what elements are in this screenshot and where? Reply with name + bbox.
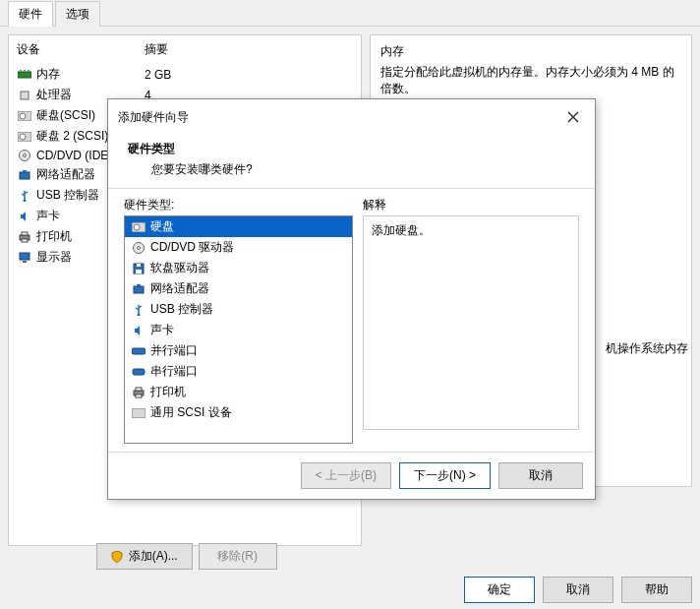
svg-rect-33 [136, 395, 142, 397]
printer-icon [131, 386, 146, 399]
wizard-titlebar: 添加硬件向导 [108, 99, 595, 135]
tab-hardware[interactable]: 硬件 [8, 1, 53, 27]
close-icon[interactable] [561, 105, 585, 129]
wizard-header: 硬件类型 您要安装哪类硬件? [108, 135, 595, 189]
hardware-type-list[interactable]: 硬盘 CD/DVD 驱动器 软盘驱动器 网络适配器 USB 控制器 [124, 215, 353, 444]
device-list-buttons: 添加(A)... 移除(R) [0, 543, 374, 570]
display-icon [17, 251, 32, 265]
hw-item-scsi[interactable]: 通用 SCSI 设备 [125, 402, 352, 423]
scsi-icon [131, 406, 146, 420]
svg-rect-18 [23, 261, 27, 263]
add-label: 添加(A)... [129, 549, 178, 563]
wizard-subheading: 您要安装哪类硬件? [128, 161, 575, 178]
disk-icon [17, 109, 32, 123]
usb-icon [17, 189, 32, 203]
hw-item-disk[interactable]: 硬盘 [125, 216, 352, 237]
add-hardware-button[interactable]: 添加(A)... [96, 543, 192, 570]
wizard-cancel-button[interactable]: 取消 [498, 462, 583, 489]
hw-item-label: 打印机 [150, 384, 186, 400]
hw-item-usb[interactable]: USB 控制器 [125, 299, 352, 320]
svg-rect-4 [21, 91, 29, 99]
hw-item-parallel[interactable]: 并行端口 [125, 340, 352, 361]
svg-rect-15 [22, 232, 28, 235]
device-name: 内存 [36, 66, 145, 83]
device-list-header: 设备 摘要 [9, 35, 361, 64]
svg-rect-32 [136, 388, 142, 391]
truncated-label: 机操作系统内存 [606, 340, 688, 357]
detail-title: 内存 [380, 43, 681, 60]
hw-item-label: 网络适配器 [150, 280, 209, 297]
hw-item-label: 并行端口 [150, 342, 198, 359]
help-button[interactable]: 帮助 [621, 577, 692, 603]
tab-bar: 硬件 选项 [0, 0, 700, 27]
svg-point-6 [20, 113, 26, 119]
parallel-port-icon [131, 344, 146, 358]
hw-item-label: USB 控制器 [150, 301, 213, 318]
remove-hardware-button[interactable]: 移除(R) [199, 543, 277, 570]
svg-rect-27 [137, 284, 141, 286]
hw-item-printer[interactable]: 打印机 [125, 382, 352, 402]
svg-rect-2 [24, 70, 26, 72]
device-row-memory[interactable]: 内存 2 GB [9, 64, 361, 85]
svg-rect-25 [136, 270, 142, 274]
svg-rect-30 [133, 369, 145, 375]
hw-item-cddvd[interactable]: CD/DVD 驱动器 [125, 237, 352, 258]
device-summary: 2 GB [145, 68, 171, 82]
svg-rect-0 [18, 72, 31, 78]
hardware-type-label: 硬件类型: [124, 197, 353, 213]
network-icon [131, 282, 146, 296]
svg-rect-11 [20, 172, 29, 179]
shield-icon [111, 551, 123, 563]
svg-point-20 [134, 224, 140, 230]
ok-button[interactable]: 确定 [464, 577, 535, 603]
hw-item-serial[interactable]: 串行端口 [125, 361, 352, 382]
explain-label: 解释 [363, 197, 579, 213]
header-summary: 摘要 [145, 41, 168, 58]
svg-point-8 [20, 134, 26, 140]
svg-rect-17 [20, 253, 29, 260]
add-hardware-wizard: 添加硬件向导 硬件类型 您要安装哪类硬件? 硬件类型: 硬盘 CD/DVD 驱动… [107, 98, 596, 500]
detail-desc: 指定分配给此虚拟机的内存量。内存大小必须为 4 MB 的倍数。 [380, 64, 681, 97]
explain-box: 添加硬盘。 [363, 215, 579, 430]
back-button[interactable]: < 上一步(B) [301, 462, 391, 489]
svg-rect-1 [20, 70, 22, 72]
network-icon [17, 168, 32, 182]
wizard-heading: 硬件类型 [128, 141, 575, 157]
hw-item-sound[interactable]: 声卡 [125, 320, 352, 340]
floppy-icon [131, 262, 146, 275]
hw-item-label: 软盘驱动器 [150, 260, 209, 276]
tab-options[interactable]: 选项 [55, 1, 100, 27]
svg-point-28 [138, 313, 141, 316]
cd-icon [17, 149, 32, 162]
svg-rect-3 [28, 70, 29, 72]
hw-item-label: 通用 SCSI 设备 [150, 404, 232, 421]
svg-rect-34 [132, 408, 146, 418]
sound-icon [131, 324, 146, 337]
hw-item-label: 串行端口 [150, 363, 198, 380]
cd-icon [131, 241, 146, 255]
memory-icon [17, 68, 32, 82]
usb-icon [131, 303, 146, 317]
svg-rect-24 [137, 264, 141, 267]
svg-rect-16 [22, 239, 28, 242]
printer-icon [17, 230, 32, 244]
next-button[interactable]: 下一步(N) > [399, 462, 491, 489]
explain-text: 添加硬盘。 [372, 222, 570, 239]
hw-item-floppy[interactable]: 软盘驱动器 [125, 258, 352, 278]
wizard-footer: < 上一步(B) 下一步(N) > 取消 [108, 452, 595, 499]
disk-icon [131, 220, 146, 234]
cancel-button[interactable]: 取消 [543, 577, 613, 603]
svg-rect-12 [23, 170, 27, 172]
svg-point-22 [138, 246, 141, 249]
svg-point-10 [24, 154, 27, 157]
hw-item-network[interactable]: 网络适配器 [125, 278, 352, 299]
sound-icon [17, 210, 32, 223]
hw-item-label: 硬盘 [150, 218, 174, 235]
svg-rect-26 [134, 286, 144, 293]
cpu-icon [17, 89, 32, 102]
header-device: 设备 [17, 41, 145, 58]
hw-item-label: CD/DVD 驱动器 [150, 239, 234, 256]
serial-port-icon [131, 365, 146, 379]
dialog-footer-buttons: 确定 取消 帮助 [464, 577, 692, 603]
disk-icon [17, 130, 32, 144]
